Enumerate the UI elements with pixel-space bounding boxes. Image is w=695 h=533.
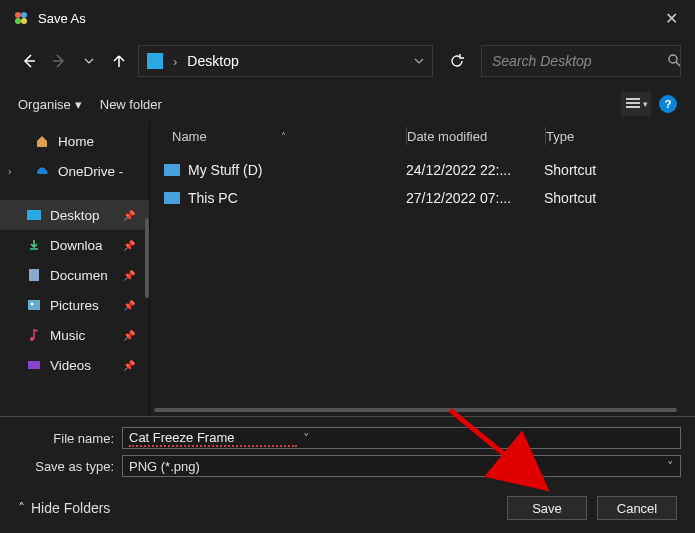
sidebar-item-documents[interactable]: Documen 📌 (0, 260, 149, 290)
pin-icon: 📌 (123, 330, 135, 341)
sidebar-item-label: Desktop (50, 208, 100, 223)
search-icon (667, 53, 681, 70)
search-input[interactable] (492, 53, 667, 69)
sidebar-item-home[interactable]: Home (0, 126, 149, 156)
save-button[interactable]: Save (507, 496, 587, 520)
file-row[interactable]: This PC 27/12/2022 07:... Shortcut (150, 184, 695, 212)
app-icon (12, 9, 30, 27)
new-folder-button[interactable]: New folder (100, 97, 162, 112)
expand-icon[interactable]: › (8, 166, 11, 177)
view-mode-button[interactable]: ▾ (621, 92, 651, 116)
pin-icon: 📌 (123, 300, 135, 311)
pin-icon: 📌 (123, 240, 135, 251)
shortcut-icon (164, 192, 180, 204)
close-button[interactable]: ✕ (659, 9, 683, 28)
sidebar-item-videos[interactable]: Videos 📌 (0, 350, 149, 380)
file-date: 24/12/2022 22:... (406, 162, 544, 178)
sidebar: Home › OneDrive - Desktop 📌 Downloa 📌 Do… (0, 122, 150, 416)
svg-rect-6 (626, 102, 640, 104)
file-name: My Stuff (D) (188, 162, 262, 178)
up-button[interactable] (108, 50, 130, 72)
shortcut-icon (164, 164, 180, 176)
save-type-value: PNG (*.png) (129, 459, 661, 474)
pin-icon: 📌 (123, 360, 135, 371)
location-text: Desktop (187, 53, 404, 69)
horizontal-scrollbar[interactable] (154, 408, 677, 412)
sidebar-item-desktop[interactable]: Desktop 📌 (0, 200, 149, 230)
window-title: Save As (38, 11, 86, 26)
organise-button[interactable]: Organise ▾ (18, 97, 82, 112)
column-header-type[interactable]: Type (546, 129, 695, 144)
recent-dropdown[interactable] (78, 50, 100, 72)
svg-rect-9 (28, 300, 40, 310)
column-header-name[interactable]: Name ˄ (150, 129, 406, 144)
chevron-down-icon[interactable]: ˅ (667, 459, 674, 474)
file-type: Shortcut (544, 162, 695, 178)
sidebar-item-downloads[interactable]: Downloa 📌 (0, 230, 149, 260)
sidebar-item-label: Videos (50, 358, 91, 373)
sidebar-item-label: OneDrive - (58, 164, 123, 179)
svg-point-0 (15, 12, 21, 18)
file-name-label: File name: (14, 431, 122, 446)
chevron-down-icon: ▾ (75, 97, 82, 112)
pin-icon: 📌 (123, 270, 135, 281)
sidebar-item-label: Home (58, 134, 94, 149)
desktop-icon (26, 207, 42, 223)
svg-rect-12 (28, 361, 40, 369)
videos-icon (26, 357, 42, 373)
search-box[interactable] (481, 45, 681, 77)
folder-icon (147, 53, 163, 69)
sidebar-item-label: Music (50, 328, 85, 343)
svg-point-4 (669, 55, 677, 63)
document-icon (26, 267, 42, 283)
sidebar-scrollbar[interactable] (145, 218, 149, 298)
chevron-up-icon: ˄ (18, 500, 25, 516)
file-date: 27/12/2022 07:... (406, 190, 544, 206)
sidebar-item-label: Pictures (50, 298, 99, 313)
svg-point-1 (21, 12, 27, 18)
music-icon (26, 327, 42, 343)
back-button[interactable] (18, 50, 40, 72)
download-icon (26, 237, 42, 253)
svg-rect-5 (626, 98, 640, 100)
refresh-button[interactable] (441, 45, 473, 77)
sidebar-item-pictures[interactable]: Pictures 📌 (0, 290, 149, 320)
sort-asc-icon: ˄ (281, 131, 286, 142)
column-header-date[interactable]: Date modified (407, 129, 545, 144)
file-row[interactable]: My Stuff (D) 24/12/2022 22:... Shortcut (150, 156, 695, 184)
sidebar-item-label: Downloa (50, 238, 103, 253)
forward-button[interactable] (48, 50, 70, 72)
svg-point-2 (15, 18, 21, 24)
file-list-pane: Name ˄ Date modified Type My Stuff (D) 2… (150, 122, 695, 416)
cloud-icon (34, 163, 50, 179)
save-type-select[interactable]: PNG (*.png) ˅ (122, 455, 681, 477)
file-name: This PC (188, 190, 238, 206)
svg-point-10 (31, 303, 34, 306)
svg-rect-8 (29, 269, 39, 281)
chevron-right-icon: › (173, 54, 177, 69)
chevron-down-icon: ▾ (643, 99, 648, 109)
file-name-field[interactable] (129, 430, 297, 445)
sidebar-item-onedrive[interactable]: › OneDrive - (0, 156, 149, 186)
svg-rect-7 (626, 106, 640, 108)
chevron-down-icon[interactable]: ˅ (303, 431, 310, 446)
sidebar-item-music[interactable]: Music 📌 (0, 320, 149, 350)
file-name-input[interactable]: ˅ (122, 427, 681, 449)
chevron-down-icon[interactable] (414, 54, 424, 69)
home-icon (34, 133, 50, 149)
save-type-label: Save as type: (14, 459, 122, 474)
hide-folders-button[interactable]: ˄ Hide Folders (18, 500, 110, 516)
sidebar-item-label: Documen (50, 268, 108, 283)
cancel-button[interactable]: Cancel (597, 496, 677, 520)
address-bar[interactable]: › Desktop (138, 45, 433, 77)
svg-point-3 (21, 18, 27, 24)
pin-icon: 📌 (123, 210, 135, 221)
help-button[interactable]: ? (659, 95, 677, 113)
file-type: Shortcut (544, 190, 695, 206)
pictures-icon (26, 297, 42, 313)
